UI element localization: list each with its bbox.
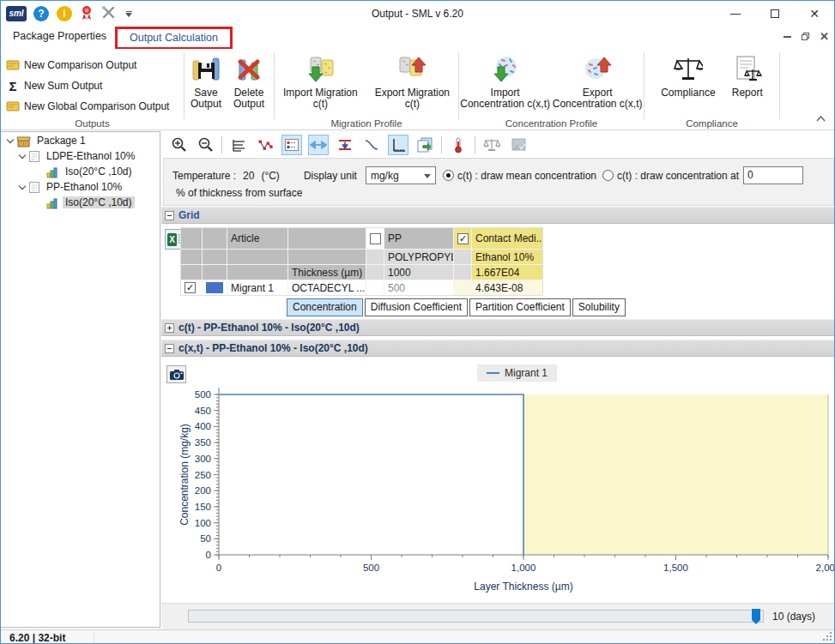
resize-grip[interactable] <box>822 631 832 644</box>
sigma-icon: Σ <box>6 79 20 93</box>
output-content-pane: Temperature : 20 (°C) Display unit mg/kg… <box>161 131 835 629</box>
migrant-substance-cell[interactable]: OCTADECYL ... <box>288 280 366 295</box>
article-header: Article <box>227 228 287 249</box>
compliance-button[interactable]: Compliance <box>661 49 715 129</box>
display-unit-select[interactable]: mg/kg <box>366 166 436 184</box>
import-migration-icon <box>305 55 336 84</box>
delete-output-button[interactable]: Delete Output <box>227 49 270 129</box>
import-concentration-button[interactable]: Import Concentration c(x,t) <box>459 49 551 129</box>
save-output-button[interactable]: Save Output <box>185 49 227 129</box>
cxt-section-header[interactable]: c(x,t) - PP-Ethanol 10% - Iso(20°C ,10d) <box>161 340 835 357</box>
maximize-button[interactable] <box>755 1 795 27</box>
ct-section-header[interactable]: c(t) - PP-Ethanol 10% - Iso(20°C ,10d) <box>161 319 835 336</box>
tree-item-package[interactable]: Package 1 <box>1 134 160 147</box>
result-tabs: Concentration Diffusion Coefficient Part… <box>287 298 627 316</box>
outputs-group-label: Outputs <box>1 118 184 129</box>
import-migration-button[interactable]: Import Migration c(t) <box>275 49 366 129</box>
migrant-checkbox[interactable]: ✓ <box>185 282 196 293</box>
export-migration-icon <box>396 55 427 84</box>
migrant-name-cell[interactable]: Migrant 1 <box>227 280 287 295</box>
pp-thickness-cell[interactable]: 1000 <box>384 265 453 280</box>
pp-layer-checkbox[interactable] <box>370 233 381 244</box>
new-comparison-output-button[interactable]: New Comparison Output <box>6 55 184 75</box>
time-slider-track[interactable] <box>188 610 764 623</box>
collapse-ribbon-icon[interactable] <box>816 112 826 124</box>
copy-chart-icon[interactable] <box>414 135 435 155</box>
contact-thickness-cell[interactable]: 1.667E04 <box>472 265 542 280</box>
export-image-icon[interactable] <box>508 135 529 155</box>
chevron-down-icon[interactable] <box>7 135 14 142</box>
tab-diffusion-coefficient[interactable]: Diffusion Coefficient <box>365 298 468 316</box>
ribbon-tab-row: Package Properties Output Calculation ✕ <box>1 27 834 49</box>
svg-text:250: 250 <box>195 470 211 480</box>
tree-item-ldpe-isotherm[interactable]: Iso(20°C ,10d) <box>1 165 160 178</box>
chevron-down-icon[interactable] <box>19 151 26 158</box>
tab-partition-coefficient[interactable]: Partition Coefficient <box>469 298 571 316</box>
isotherm-chart-icon <box>45 166 59 178</box>
grid-section-header[interactable]: Grid <box>161 207 835 224</box>
report-button[interactable]: Report <box>732 49 763 129</box>
ribbon-restore-icon[interactable] <box>802 33 809 40</box>
legend-label: Migrant 1 <box>505 367 548 379</box>
thickness-percent-input[interactable]: 0 <box>743 166 803 184</box>
smooth-curve-icon[interactable] <box>361 135 382 155</box>
contact-medium-checkbox[interactable]: ✓ <box>457 233 469 244</box>
zoom-in-icon[interactable] <box>168 135 189 155</box>
save-output-icon <box>191 55 221 84</box>
expand-plus-icon[interactable] <box>165 323 174 333</box>
thickness-note: % of thickness from surface <box>176 187 302 199</box>
tree-item-ldpe-article[interactable]: LDPE-Ethanol 10% <box>1 149 160 163</box>
minimize-button[interactable] <box>716 1 755 27</box>
compliance-scale-icon <box>674 55 703 84</box>
collapse-minus-icon[interactable] <box>165 344 174 353</box>
pp-material-cell[interactable]: POLYPROPYL... <box>384 250 453 264</box>
export-concentration-button[interactable]: Export Concentration c(x,t) <box>551 49 644 129</box>
close-button[interactable]: ✕ <box>795 1 834 27</box>
limit-lines-icon[interactable] <box>335 135 355 155</box>
svg-text:450: 450 <box>195 406 211 416</box>
copy-chart-image-button[interactable] <box>166 365 186 383</box>
tab-output-calculation[interactable]: Output Calculation <box>115 27 233 50</box>
contact-material-cell[interactable]: Ethanol 10% <box>472 250 542 264</box>
radio-concentration-at[interactable] <box>602 170 614 181</box>
article-icon <box>28 181 40 194</box>
package-icon <box>16 135 31 147</box>
compliance-scale-icon[interactable] <box>481 135 502 155</box>
cxt-section-title: c(x,t) - PP-Ethanol 10% - Iso(20°C ,10d) <box>178 342 368 354</box>
concentration-profile-chart[interactable]: 05001,0001,5002,000050100150200250300350… <box>178 383 835 598</box>
axis-scale-icon[interactable] <box>228 135 249 155</box>
migrant-color-swatch[interactable] <box>206 282 223 293</box>
grid-table: Article PP ✓ Contact Medi... POLYPROPYL.… <box>180 227 543 296</box>
radio-mean-concentration[interactable] <box>443 170 454 181</box>
export-migration-button[interactable]: Export Migration c(t) <box>366 49 458 129</box>
contact-column-header[interactable]: Contact Medi... <box>472 228 542 249</box>
ribbon-close-icon[interactable]: ✕ <box>820 33 829 40</box>
tab-solubility[interactable]: Solubility <box>572 298 626 316</box>
fit-width-icon[interactable] <box>308 135 329 155</box>
tree-item-pp-article[interactable]: PP-Ethanol 10% <box>1 180 160 194</box>
article-icon <box>28 150 40 163</box>
time-slider-thumb[interactable] <box>752 609 760 624</box>
legend-toggle-icon[interactable] <box>281 135 302 155</box>
collapse-minus-icon[interactable] <box>165 211 174 220</box>
app-window: sml ? i Output - SML v 6.20 ✕ Package Pr… <box>0 0 835 644</box>
svg-text:300: 300 <box>195 454 211 464</box>
axes-toggle-icon[interactable] <box>388 135 408 155</box>
tree-item-pp-isotherm[interactable]: Iso(20°C ,10d) <box>1 196 160 209</box>
pp-migrant-value-cell[interactable]: 500 <box>384 280 453 295</box>
new-sum-output-button[interactable]: Σ New Sum Output <box>6 75 184 96</box>
contact-migrant-value-cell[interactable]: 4.643E-08 <box>472 280 542 295</box>
pp-column-header[interactable]: PP <box>384 228 453 249</box>
svg-text:400: 400 <box>195 421 211 431</box>
temperature-icon[interactable] <box>448 135 469 155</box>
ribbon-minimize-icon[interactable] <box>784 36 791 38</box>
radio-mean-label: c(t) : draw mean concentration <box>457 170 596 182</box>
tab-package-properties[interactable]: Package Properties <box>13 30 106 42</box>
new-global-comparison-output-button[interactable]: New Global Comparison Output <box>6 96 184 117</box>
data-points-icon[interactable] <box>255 135 275 155</box>
tab-concentration[interactable]: Concentration <box>287 298 363 316</box>
zoom-out-icon[interactable] <box>195 135 215 155</box>
comparison-output-icon <box>6 59 20 71</box>
chevron-down-icon[interactable] <box>19 182 26 189</box>
camera-icon <box>169 369 185 381</box>
